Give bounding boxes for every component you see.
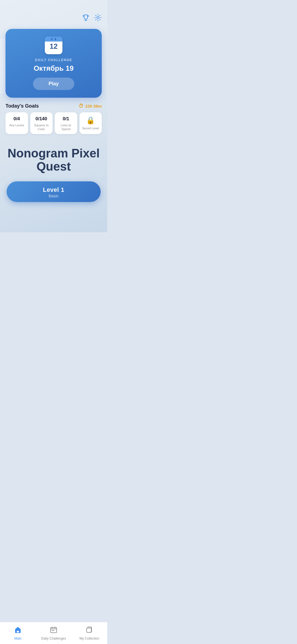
timer-icon: ⏱ xyxy=(79,103,84,109)
goal-label-secret: Secret Level xyxy=(82,126,99,130)
daily-challenge-card: 12 DAILY CHALLENGE Октябрь 19 Play xyxy=(6,29,102,98)
calendar-icon: 12 xyxy=(45,37,62,54)
lock-icon: 🔒 xyxy=(86,116,95,125)
cal-ring-right xyxy=(55,38,56,40)
goal-card-lives: 0/1 Lives to Spend xyxy=(55,112,77,134)
level-number: Level 1 xyxy=(43,186,64,193)
svg-point-0 xyxy=(97,17,99,19)
timer-badge: ⏱ 23h 58m xyxy=(79,103,102,109)
goal-value-squares: 0/140 xyxy=(35,116,47,122)
goals-grid: 0/4 Any Levels 0/140 Squares to Color 0/… xyxy=(6,112,102,134)
card-title: Октябрь 19 xyxy=(34,64,73,73)
level-button[interactable]: Level 1 Basic xyxy=(7,181,101,202)
goal-value-levels: 0/4 xyxy=(13,116,20,122)
top-bar xyxy=(0,0,107,26)
goals-section: Today's Goals ⏱ 23h 58m 0/4 Any Levels 0… xyxy=(0,103,107,134)
play-button[interactable]: Play xyxy=(33,78,74,90)
goal-card-squares: 0/140 Squares to Color xyxy=(30,112,53,134)
app-title-section: Nonogram Pixel Quest xyxy=(0,138,107,179)
goal-card-secret: 🔒 Secret Level xyxy=(79,112,102,134)
main-screen: 12 DAILY CHALLENGE Октябрь 19 Play Today… xyxy=(0,0,107,232)
settings-icon[interactable] xyxy=(94,14,102,23)
card-subtitle: DAILY CHALLENGE xyxy=(35,58,72,62)
trophy-icon[interactable] xyxy=(82,14,90,23)
calendar-top xyxy=(45,37,62,42)
goal-value-lives: 0/1 xyxy=(63,116,69,122)
app-title: Nonogram Pixel Quest xyxy=(6,147,102,173)
goal-label-squares: Squares to Color xyxy=(32,123,51,131)
goal-card-levels: 0/4 Any Levels xyxy=(6,112,28,134)
goals-header: Today's Goals ⏱ 23h 58m xyxy=(6,103,102,109)
level-sub: Basic xyxy=(49,193,59,198)
cal-ring-left xyxy=(51,38,53,40)
goals-title: Today's Goals xyxy=(6,103,39,109)
goal-label-lives: Lives to Spend xyxy=(57,123,75,131)
timer-value: 23h 58m xyxy=(85,104,102,108)
calendar-day: 12 xyxy=(50,42,58,50)
goal-label-levels: Any Levels xyxy=(9,123,24,127)
level-section: Level 1 Basic xyxy=(0,179,107,208)
